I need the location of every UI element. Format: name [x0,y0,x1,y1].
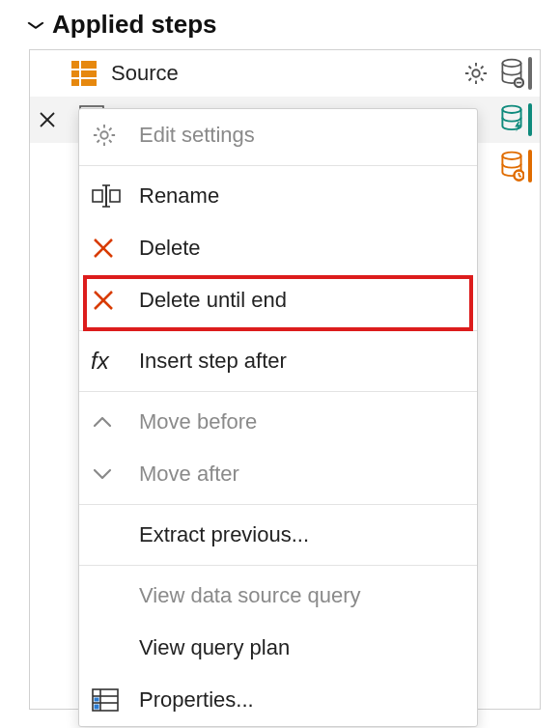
step-row-source[interactable]: Source [30,50,540,97]
database-bolt-icon[interactable] [499,103,532,136]
menu-delete[interactable]: Delete [79,222,477,274]
menu-view-query-plan[interactable]: View query plan [79,622,477,674]
svg-line-18 [518,176,520,178]
menu-separator [79,504,477,505]
menu-label: View data source query [139,583,361,608]
applied-steps-title: Applied steps [52,10,216,40]
gear-icon[interactable] [462,60,490,87]
chevron-down-icon[interactable] [27,20,44,30]
menu-label: Move after [139,462,239,487]
svg-point-14 [502,153,520,159]
database-clock-icon[interactable] [499,150,532,182]
gear-icon [91,122,139,149]
menu-label: Insert step after [139,349,287,374]
menu-insert-step-after[interactable]: fx Insert step after [79,335,477,387]
context-menu: Edit settings Rename [78,108,478,727]
svg-rect-20 [93,190,102,202]
menu-label: Delete [139,236,201,261]
menu-move-after: Move after [79,448,477,500]
menu-separator [79,565,477,566]
chevron-down-icon [91,466,139,482]
database-icon[interactable] [499,57,532,90]
step-label: Source [111,61,453,86]
menu-label: Delete until end [139,288,287,313]
svg-point-13 [502,106,520,113]
menu-delete-until-end[interactable]: Delete until end [79,274,477,326]
menu-properties[interactable]: Properties... [79,674,477,726]
delete-x-icon [91,288,139,313]
menu-label: Move before [139,409,257,434]
menu-move-before: Move before [79,396,477,448]
svg-point-19 [100,131,107,138]
menu-rename[interactable]: Rename [79,170,477,222]
menu-extract-previous[interactable]: Extract previous... [79,509,477,561]
fx-icon: fx [91,349,139,374]
properties-icon [91,686,139,714]
svg-rect-34 [95,698,99,702]
close-icon[interactable] [38,110,65,129]
menu-separator [79,391,477,392]
table-icon [67,56,101,91]
delete-x-icon [91,236,139,261]
svg-text:fx: fx [91,349,110,374]
rename-icon [91,183,139,209]
svg-point-5 [472,70,479,76]
applied-steps-panel: Source [29,49,541,710]
menu-edit-settings: Edit settings [79,109,477,161]
svg-rect-35 [95,705,99,710]
menu-label: View query plan [139,635,290,660]
chevron-up-icon [91,414,139,430]
menu-label: Rename [139,183,219,209]
svg-rect-21 [110,190,120,202]
svg-point-6 [502,60,520,67]
menu-label: Properties... [139,687,254,713]
menu-separator [79,165,477,166]
menu-separator [79,330,477,331]
menu-label: Extract previous... [139,522,309,547]
menu-view-data-source-query: View data source query [79,570,477,622]
menu-label: Edit settings [139,123,255,148]
